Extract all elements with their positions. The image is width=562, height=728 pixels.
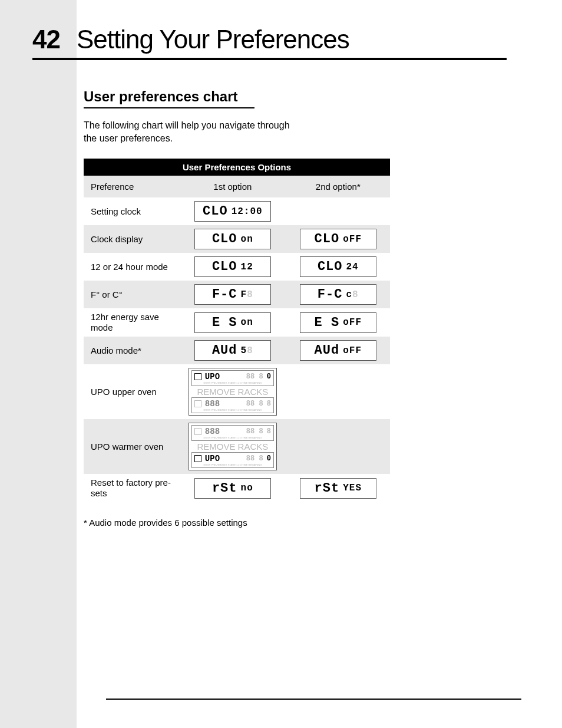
lcd-sub: 24 bbox=[346, 262, 358, 272]
lcd-main: AUd bbox=[315, 343, 340, 358]
preference-label: UPO upper oven bbox=[84, 364, 179, 419]
lcd-stack-row: UPO 88 80 DOOR PRE-HEATING STAGE 1 2 3 T… bbox=[191, 370, 274, 386]
lcd-option: AUd oFF bbox=[300, 340, 376, 361]
lcd-ghost: 88 8 bbox=[246, 373, 263, 381]
lcd-upo-label: UPO bbox=[205, 372, 220, 381]
preference-label: UPO warmer oven bbox=[84, 419, 179, 474]
lcd-main: CLO bbox=[212, 232, 237, 246]
lcd-ghost: 88 8 bbox=[246, 400, 263, 408]
footer-rule bbox=[106, 699, 521, 700]
lcd-option: F-C c8 bbox=[300, 284, 376, 305]
page-number: 42 bbox=[32, 25, 60, 54]
option-2-cell: CLO 24 bbox=[286, 253, 390, 281]
lcd-sub: oFF bbox=[343, 234, 362, 245]
lcd-sub: 12 bbox=[241, 262, 253, 272]
table-row: Audio mode* AUd 58 AUd oFF bbox=[84, 337, 390, 364]
option-1-cell: E S on bbox=[179, 308, 286, 337]
footnote: * Audio mode provides 6 possible setting… bbox=[84, 518, 554, 528]
lcd-tiny-text: DOOR PRE-HEATING STAGE 1 2 3 TIME REMAIN… bbox=[194, 463, 271, 466]
table-row: Setting clock CLO 12:00 bbox=[84, 197, 390, 225]
lcd-stack-row: 888 88 88 DOOR PRE-HEATING STAGE 1 2 3 T… bbox=[191, 425, 274, 441]
col-option-1: 1st option bbox=[179, 176, 286, 197]
option-1-cell: 888 88 88 DOOR PRE-HEATING STAGE 1 2 3 T… bbox=[179, 419, 286, 474]
lcd-upo-value: 8 bbox=[267, 400, 271, 408]
table-column-headers: Preference 1st option 2nd option* bbox=[84, 176, 390, 197]
lcd-option: CLO on bbox=[194, 229, 271, 249]
lcd-sub: c8 bbox=[346, 289, 358, 300]
col-preference: Preference bbox=[84, 176, 179, 197]
lcd-upo-label: 888 bbox=[205, 399, 220, 409]
oven-icon bbox=[194, 400, 201, 407]
lcd-sub: on bbox=[241, 317, 253, 328]
lcd-option: CLO 12:00 bbox=[194, 201, 271, 222]
option-2-cell bbox=[286, 197, 390, 225]
manual-page: 42 Setting Your Preferences User prefere… bbox=[0, 0, 562, 728]
lcd-upo-value: 0 bbox=[267, 373, 271, 381]
lcd-ghost: 88 8 bbox=[246, 427, 263, 436]
lcd-option-stacked: 888 88 88 DOOR PRE-HEATING STAGE 1 2 3 T… bbox=[189, 423, 277, 470]
lcd-main: E S bbox=[315, 315, 340, 330]
lcd-stack-row: UPO 88 80 DOOR PRE-HEATING STAGE 1 2 3 T… bbox=[191, 452, 274, 468]
lcd-stack-row: 888 88 88 DOOR PRE-HEATING STAGE 1 2 3 T… bbox=[191, 397, 274, 413]
lcd-main: rSt bbox=[212, 481, 237, 496]
option-1-cell: F-C F8 bbox=[179, 281, 286, 308]
lcd-option: E S oFF bbox=[300, 312, 376, 333]
option-2-cell bbox=[286, 419, 390, 474]
preference-label: Reset to factory pre-sets bbox=[84, 474, 179, 502]
option-2-cell: AUd oFF bbox=[286, 337, 390, 364]
lcd-ghost: 88 8 bbox=[246, 454, 263, 463]
table-row: 12hr energy save mode E S on E S oFF bbox=[84, 308, 390, 337]
lcd-main: CLO bbox=[212, 259, 237, 274]
page-header: 42 Setting Your Preferences bbox=[32, 0, 554, 58]
intro-text: The following chart will help you naviga… bbox=[84, 119, 302, 144]
preference-label: F° or C° bbox=[84, 281, 179, 308]
lcd-main: AUd bbox=[212, 343, 237, 358]
page-margin bbox=[0, 0, 77, 728]
table-row: 12 or 24 hour mode CLO 12 CLO 24 bbox=[84, 253, 390, 281]
lcd-upo-label: UPO bbox=[205, 454, 220, 463]
preference-label: 12hr energy save mode bbox=[84, 308, 179, 337]
option-1-cell: rSt no bbox=[179, 474, 286, 502]
lcd-upo-label: 888 bbox=[205, 427, 220, 436]
preferences-table: User Preferences Options Preference 1st … bbox=[84, 159, 390, 502]
option-1-cell: CLO on bbox=[179, 225, 286, 253]
section-underline bbox=[84, 107, 254, 108]
preference-label: 12 or 24 hour mode bbox=[84, 253, 179, 281]
option-1-cell: CLO 12:00 bbox=[179, 197, 286, 225]
preference-label: Setting clock bbox=[84, 197, 179, 225]
table-row: UPO upper oven UPO 88 80 DOOR PRE-HEATIN… bbox=[84, 364, 390, 419]
oven-icon bbox=[194, 373, 201, 380]
page-title: Setting Your Preferences bbox=[77, 25, 349, 54]
lcd-main: CLO bbox=[318, 259, 343, 274]
lcd-option: F-C F8 bbox=[194, 284, 271, 305]
lcd-option: CLO oFF bbox=[300, 229, 376, 249]
lcd-main: E S bbox=[212, 315, 237, 330]
option-1-cell: AUd 58 bbox=[179, 337, 286, 364]
option-2-cell: E S oFF bbox=[286, 308, 390, 337]
table-row: F° or C° F-C F8 F-C c8 bbox=[84, 281, 390, 308]
lcd-tiny-text: DOOR PRE-HEATING STAGE 1 2 3 TIME REMAIN… bbox=[194, 381, 271, 384]
lcd-sub: no bbox=[241, 483, 253, 493]
lcd-option: CLO 24 bbox=[300, 256, 376, 277]
option-2-cell bbox=[286, 364, 390, 419]
lcd-sub: YES bbox=[343, 483, 362, 493]
lcd-option: rSt no bbox=[194, 478, 271, 499]
lcd-sub: on bbox=[241, 234, 253, 245]
table-row: Clock display CLO on CLO oFF bbox=[84, 225, 390, 253]
lcd-tiny: REMOVE RACKS bbox=[191, 387, 274, 397]
lcd-option-stacked: UPO 88 80 DOOR PRE-HEATING STAGE 1 2 3 T… bbox=[189, 368, 277, 416]
lcd-main: rSt bbox=[315, 481, 340, 496]
lcd-option: AUd 58 bbox=[194, 340, 271, 361]
lcd-option: E S on bbox=[194, 312, 271, 333]
lcd-sub: 58 bbox=[241, 345, 253, 356]
lcd-option: rSt YES bbox=[300, 478, 376, 499]
option-1-cell: CLO 12 bbox=[179, 253, 286, 281]
lcd-main: CLO bbox=[315, 232, 340, 246]
lcd-sub: oFF bbox=[343, 345, 362, 356]
option-2-cell: CLO oFF bbox=[286, 225, 390, 253]
lcd-sub: 12:00 bbox=[232, 206, 263, 217]
lcd-main: F-C bbox=[212, 287, 237, 302]
lcd-main: CLO bbox=[203, 204, 228, 219]
lcd-tiny-text: DOOR PRE-HEATING STAGE 1 2 3 TIME REMAIN… bbox=[194, 409, 271, 411]
lcd-tiny-text: DOOR PRE-HEATING STAGE 1 2 3 TIME REMAIN… bbox=[194, 436, 271, 439]
